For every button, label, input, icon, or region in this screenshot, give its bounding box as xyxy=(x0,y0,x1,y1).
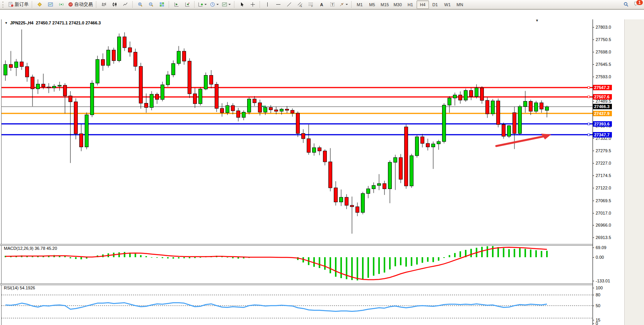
search-button[interactable] xyxy=(620,0,631,9)
horizontal-line-button[interactable] xyxy=(273,0,284,9)
macd-bar xyxy=(156,257,158,258)
candle-body xyxy=(63,85,67,96)
vertical-line-button[interactable] xyxy=(262,0,273,9)
macd-indicator-panel[interactable] xyxy=(2,245,593,284)
tf-m5[interactable]: M5 xyxy=(366,0,378,9)
axis-tick xyxy=(593,175,594,176)
candle-body xyxy=(193,94,197,104)
tf-h4[interactable]: H4 xyxy=(417,0,429,9)
templates-button[interactable] xyxy=(220,0,232,9)
axis-tick xyxy=(593,248,594,248)
macd-bar xyxy=(373,257,374,276)
tf-h4-label: H4 xyxy=(420,2,425,7)
bar-chart-button[interactable] xyxy=(98,0,109,9)
chart-shift-button[interactable] xyxy=(182,0,193,9)
candle-body xyxy=(350,205,354,207)
axis-tick xyxy=(593,213,594,213)
price-tick-label: 27174.5 xyxy=(596,173,611,178)
candle-body xyxy=(345,197,348,205)
svg-text:A: A xyxy=(320,2,323,7)
text-button[interactable]: A xyxy=(316,0,327,9)
macd-bar xyxy=(227,257,228,258)
candles-icon xyxy=(112,2,117,7)
candle-body xyxy=(4,64,7,75)
macd-bar xyxy=(367,257,369,278)
tf-m30[interactable]: M30 xyxy=(391,0,404,9)
macd-bar xyxy=(427,257,429,262)
line-chart-button[interactable] xyxy=(120,0,131,9)
new-chart-button[interactable] xyxy=(45,0,56,9)
tf-m1[interactable]: M1 xyxy=(354,0,366,9)
macd-bar xyxy=(362,257,364,280)
candle-body xyxy=(491,101,495,114)
axis-tick xyxy=(593,288,594,288)
zoom-out-button[interactable] xyxy=(145,0,156,9)
text-label-button[interactable]: T xyxy=(327,0,338,9)
scroll-anchor-icon[interactable]: ▼ xyxy=(535,19,539,22)
tf-h1[interactable]: H1 xyxy=(404,0,417,9)
candle-chart-button[interactable] xyxy=(109,0,120,9)
periods-button[interactable] xyxy=(208,0,220,9)
trendline-button[interactable] xyxy=(284,0,294,9)
candle-body xyxy=(367,189,370,193)
main-price-chart[interactable] xyxy=(2,19,593,245)
tf-w1[interactable]: W1 xyxy=(441,0,454,9)
indicators-button[interactable] xyxy=(196,0,208,9)
chart-window-icon xyxy=(48,2,53,7)
chat-button[interactable]: 1 xyxy=(634,1,641,9)
candle-body xyxy=(437,141,441,144)
label-t-icon: T xyxy=(330,2,335,7)
toolbar-separator xyxy=(132,1,133,8)
candle-body xyxy=(442,105,446,141)
candle-body xyxy=(177,51,181,64)
market-depth-button[interactable] xyxy=(34,0,45,9)
signals-button[interactable] xyxy=(56,0,67,9)
zoom-in-button[interactable] xyxy=(135,0,145,9)
candle-body xyxy=(464,91,468,100)
axis-tick xyxy=(593,295,594,295)
rsi-indicator-panel[interactable] xyxy=(2,285,593,325)
candle-body xyxy=(459,95,462,100)
tf-d1[interactable]: D1 xyxy=(429,0,441,9)
toolbar-separator xyxy=(194,1,195,8)
tile-windows-button[interactable] xyxy=(156,0,167,9)
window-right-margin xyxy=(624,19,644,325)
tf-m15[interactable]: M15 xyxy=(378,0,391,9)
tf-mn[interactable]: MN xyxy=(454,0,466,9)
line-drag-handle[interactable] xyxy=(588,123,590,125)
zoom-in-icon xyxy=(138,2,143,7)
rsi-tick-label: 0 xyxy=(596,321,598,325)
macd-bar xyxy=(237,257,239,259)
candle-body xyxy=(199,89,202,104)
new-order-button[interactable]: 新订单 xyxy=(7,0,30,9)
axis-tick xyxy=(593,138,594,139)
candle-body xyxy=(280,109,284,111)
toolbar-grip[interactable] xyxy=(2,2,6,8)
fibonacci-button[interactable]: F xyxy=(305,0,316,9)
candle-body xyxy=(372,186,376,189)
channel-button[interactable]: E xyxy=(294,0,305,9)
mt4-terminal: { "toolbar": { "items": [ {"type":"grip"… xyxy=(0,0,644,325)
macd-bar xyxy=(178,257,179,258)
macd-bar xyxy=(503,248,504,257)
macd-bar xyxy=(162,257,163,258)
rsi-tick-label: 50 xyxy=(596,303,600,308)
axis-tick xyxy=(593,64,594,65)
text-a-icon: A xyxy=(319,2,324,7)
tf-m1-label: M1 xyxy=(357,2,362,7)
auto-scroll-button[interactable] xyxy=(171,0,182,9)
line-drag-handle[interactable] xyxy=(588,134,590,136)
chart-window[interactable]: ▼ JPN225-,H4 27450.7 27471.1 27421.0 274… xyxy=(0,9,644,325)
candle-body xyxy=(361,194,365,213)
line-drag-handle[interactable] xyxy=(588,86,590,89)
candle-body xyxy=(128,48,132,52)
arrows-button[interactable] xyxy=(338,0,350,9)
macd-bar xyxy=(492,246,494,257)
zoom-out-icon xyxy=(149,2,154,7)
candle-body xyxy=(69,96,72,102)
autotrade-button[interactable]: 自动交易 xyxy=(67,0,94,9)
cursor-button[interactable] xyxy=(236,0,247,9)
candle-body xyxy=(356,207,359,213)
crosshair-button[interactable] xyxy=(247,0,258,9)
line-drag-handle[interactable] xyxy=(588,96,590,98)
